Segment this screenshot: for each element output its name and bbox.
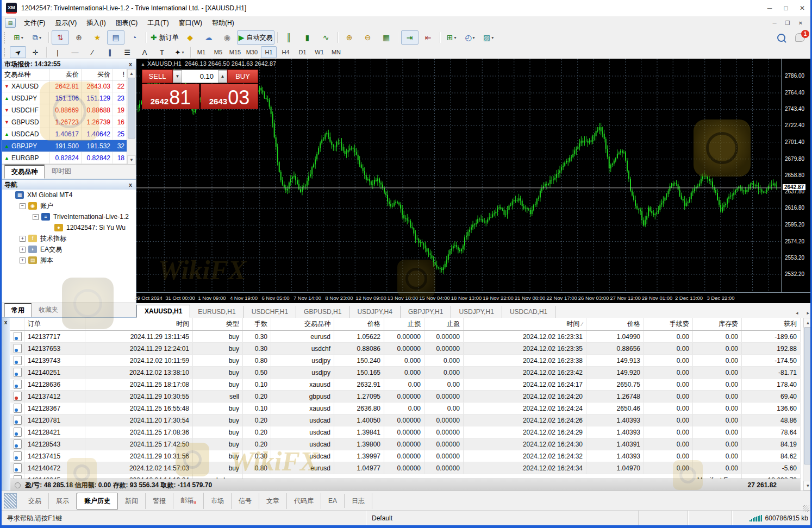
menu-file[interactable]: 文件(F) xyxy=(19,17,50,29)
navigator-item[interactable]: −≡TriveInternational-Live-1.2 xyxy=(2,211,136,222)
tabs-scroll-left-icon[interactable]: ◂ xyxy=(791,308,803,318)
column-header[interactable]: 手续费 xyxy=(644,318,693,330)
market-watch-tab[interactable]: 交易品种 xyxy=(4,165,45,179)
column-header[interactable]: 交易品种 xyxy=(2,69,50,80)
navigator-item[interactable]: −◉账户 xyxy=(2,200,136,211)
mql5-community-icon[interactable]: ☁ xyxy=(200,30,217,45)
toolbox-handle-icon[interactable] xyxy=(4,493,17,508)
chart-tab-usdchfh1[interactable]: USDCHF,H1 xyxy=(244,306,296,318)
strategy-tester-icon[interactable]: ◔ xyxy=(126,30,143,45)
column-header[interactable]: 价格 xyxy=(586,318,644,330)
buy-button[interactable]: BUY xyxy=(227,70,258,83)
volume-increase-icon[interactable]: ▲ xyxy=(218,70,227,83)
fibonacci-icon[interactable]: ☰ xyxy=(119,46,135,58)
resize-grip[interactable] xyxy=(803,505,809,512)
status-profile[interactable]: Default xyxy=(366,511,639,526)
navigator-item[interactable]: +◗EA交易 xyxy=(2,244,136,255)
column-header[interactable]: 时间 xyxy=(85,318,193,330)
order-row-142128421[interactable]: 1421284212024.11.25 17:08:36buy0.20usdca… xyxy=(10,426,801,438)
close-button[interactable]: ✕ xyxy=(794,2,810,15)
menu-tools[interactable]: 工具(T) xyxy=(142,17,173,29)
profiles-icon[interactable]: ⧉▾ xyxy=(28,30,46,45)
tile-windows-icon[interactable]: ▦ xyxy=(378,30,395,45)
signals-icon[interactable]: ◉ xyxy=(218,30,236,45)
market-watch-row-usdchf[interactable]: ▼USDCHF0.886690.8868819 xyxy=(2,104,127,116)
terminal-icon[interactable]: ▤ xyxy=(107,30,124,45)
terminal-tab-展示[interactable]: 展示 xyxy=(49,493,77,509)
tabs-scroll-right-icon[interactable]: ▸ xyxy=(802,308,812,318)
order-row-142139743[interactable]: 1421397432024.12.02 10:11:59buy0.80usdjp… xyxy=(10,355,801,367)
chart-tab-gbpusdh1[interactable]: GBPUSD,H1 xyxy=(296,306,349,318)
auto-scroll-icon[interactable]: ⇥ xyxy=(401,30,419,45)
auto-trading-icon[interactable]: ▶自动交易 xyxy=(237,30,274,45)
timeframe-w1-button[interactable]: W1 xyxy=(311,46,327,58)
market-watch-row-gbpjpy[interactable]: ▲GBPJPY191.500191.53232 xyxy=(2,140,127,152)
terminal-tab-市场[interactable]: 市场 xyxy=(204,493,232,509)
order-row-142137653[interactable]: 1421376532024.11.29 12:24:01buy0.30usdch… xyxy=(10,343,801,355)
cursor-icon[interactable]: ➤ xyxy=(10,46,26,58)
chart-tab-usdcadh1[interactable]: USDCAD,H1 xyxy=(502,306,555,318)
volume-decrease-icon[interactable]: ▼ xyxy=(173,70,182,83)
timeframe-m15-button[interactable]: M15 xyxy=(227,46,243,58)
chart-tab-usdjpyh4[interactable]: USDJPY,H4 xyxy=(349,306,400,318)
market-watch-row-usdcad[interactable]: ▲USDCAD1.406171.4064225 xyxy=(2,128,127,140)
periods-icon[interactable]: ◴▾ xyxy=(461,30,479,45)
timeframe-h1-button[interactable]: H1 xyxy=(261,46,277,58)
scroll-up-icon[interactable]: ▲ xyxy=(127,69,136,78)
order-row-142137415[interactable]: 1421374152024.11.29 10:31:56buy0.30usdca… xyxy=(10,450,801,462)
chart-tab-eurusdh1[interactable]: EURUSD,H1 xyxy=(190,306,243,318)
menu-window[interactable]: 窗口(W) xyxy=(174,17,207,29)
terminal-tab-警报[interactable]: 警报 xyxy=(146,493,173,509)
child-restore-button[interactable]: ❐ xyxy=(781,18,794,28)
candlestick-chart-icon[interactable]: ▮ xyxy=(299,30,316,45)
expand-icon[interactable]: + xyxy=(20,236,26,242)
market-watch-row-gbpusd[interactable]: ▼GBPUSD1.267231.2673916 xyxy=(2,116,127,128)
timeframe-h4-button[interactable]: H4 xyxy=(278,46,293,58)
timeframe-m5-button[interactable]: M5 xyxy=(210,46,226,58)
terminal-tab-代码库[interactable]: 代码库 xyxy=(287,493,321,509)
child-close-button[interactable]: ✕ xyxy=(794,18,807,28)
favorites-icon[interactable]: ★ xyxy=(89,30,106,45)
timeframe-m30-button[interactable]: M30 xyxy=(244,46,260,58)
new-chart-2-icon[interactable]: ⊞▾ xyxy=(443,30,460,45)
orders-scroll-up-icon[interactable]: ▲ xyxy=(803,318,812,328)
scroll-down-icon[interactable]: ▼ xyxy=(127,155,136,165)
templates-icon[interactable]: ▨▾ xyxy=(480,30,497,45)
column-header[interactable]: 卖价 xyxy=(50,69,82,80)
indicators-icon[interactable]: ◆ xyxy=(182,30,199,45)
terminal-tab-交易[interactable]: 交易 xyxy=(21,493,49,509)
arrows-icon[interactable]: ✦▾ xyxy=(171,46,188,58)
menu-help[interactable]: 帮助(H) xyxy=(207,17,239,29)
terminal-tab-邮箱[interactable]: 邮箱9 xyxy=(173,493,204,508)
child-minimize-button[interactable]: ─ xyxy=(768,18,781,28)
order-row-142137717[interactable]: 1421377172024.11.29 13:11:45buy0.30eurus… xyxy=(10,331,801,343)
column-header[interactable]: 订单 xyxy=(24,318,85,330)
terminal-tab-EA[interactable]: EA xyxy=(321,494,345,508)
column-header[interactable]: 止盈 xyxy=(424,318,464,330)
market-watch-row-xauusd[interactable]: ▼XAUUSD2642.812643.0322 xyxy=(2,80,127,92)
buy-price[interactable]: 2643 03 xyxy=(201,84,258,109)
order-row-142140251[interactable]: 1421402512024.12.02 13:38:10buy0.50usdjp… xyxy=(10,367,801,379)
column-header[interactable]: 时间∕ xyxy=(464,318,586,330)
terminal-tab-新闻[interactable]: 新闻 xyxy=(118,493,146,509)
column-header[interactable]: ! xyxy=(113,69,127,80)
horizontal-line-icon[interactable]: — xyxy=(67,46,83,58)
sell-price[interactable]: 2642 81 xyxy=(142,84,199,109)
collapse-icon[interactable]: − xyxy=(33,214,39,220)
menu-view[interactable]: 显示(V) xyxy=(50,17,82,29)
text-icon[interactable]: A xyxy=(136,46,153,58)
orders-scrollbar[interactable]: ▲ ▼ xyxy=(803,318,812,491)
market-watch-tab[interactable]: 即时图 xyxy=(45,165,78,178)
vertical-line-icon[interactable]: | xyxy=(49,46,66,58)
trendline-icon[interactable]: ∕ xyxy=(84,46,101,58)
menu-insert[interactable]: 插入(I) xyxy=(82,17,110,29)
column-header[interactable]: 止损 xyxy=(384,318,424,330)
market-watch-row-usdjpy[interactable]: ▲USDJPY151.106151.12923 xyxy=(2,92,127,104)
navigator-close-icon[interactable]: x xyxy=(127,181,134,188)
sell-button[interactable]: SELL xyxy=(142,70,173,83)
search-icon[interactable] xyxy=(777,34,785,42)
order-row-142128636[interactable]: 1421286362024.11.25 18:17:08buy0.10xauus… xyxy=(10,379,801,391)
column-header[interactable]: 价格 xyxy=(334,318,384,330)
order-row-142128543[interactable]: 1421285432024.11.25 17:42:50buy0.20usdca… xyxy=(10,438,801,450)
crosshair-icon[interactable]: ✛ xyxy=(27,46,43,58)
